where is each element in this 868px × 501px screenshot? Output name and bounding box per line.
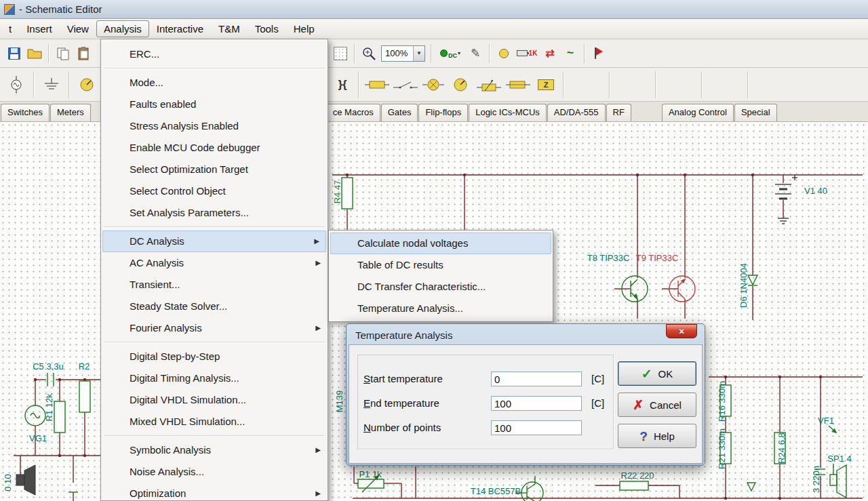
menu-item-label: ERC... bbox=[130, 48, 159, 60]
toolbar-separator bbox=[489, 44, 490, 63]
dropdown-arrow-icon[interactable]: ▾ bbox=[458, 50, 460, 56]
menu-item-optimization[interactable]: Optimization▶ bbox=[101, 483, 328, 501]
ground-component-button[interactable] bbox=[38, 75, 65, 95]
menu-tm[interactable]: T&M bbox=[211, 20, 248, 37]
tab-spice-macros[interactable]: ce Macros bbox=[326, 104, 380, 121]
menu-item-digital-step-by-step[interactable]: Digital Step-by-Step bbox=[101, 346, 328, 367]
impedance-component-button[interactable]: Z bbox=[532, 75, 559, 95]
battery-test-button[interactable]: 1K bbox=[514, 43, 540, 64]
menu-item-faults-enabled[interactable]: Faults enabled bbox=[101, 94, 328, 115]
toolbar-separator bbox=[33, 71, 35, 98]
toolbar-separator bbox=[354, 44, 355, 63]
menu-item-noise-analysis[interactable]: Noise Analysis... bbox=[101, 461, 328, 483]
menu-analysis[interactable]: Analysis bbox=[96, 20, 149, 37]
resistor-component-button[interactable] bbox=[363, 75, 391, 95]
menu-item-label: Optimization bbox=[130, 487, 186, 499]
submenu-item-label: Temperature Analysis... bbox=[357, 302, 463, 314]
menu-item-mode[interactable]: Mode... bbox=[101, 72, 328, 94]
menu-tools[interactable]: Tools bbox=[248, 20, 286, 37]
current-arrows-button[interactable]: ⇄ bbox=[540, 43, 560, 64]
temperature-analysis-dialog: Temperature Analysis × Start temperature… bbox=[346, 323, 705, 466]
cancel-button[interactable]: ✗ Cancel bbox=[618, 393, 696, 417]
toolbar-separator bbox=[563, 71, 564, 98]
submenu-item-table-of-dc-results[interactable]: Table of DC results bbox=[329, 254, 553, 276]
close-button[interactable]: × bbox=[666, 324, 697, 338]
dialog-titlebar[interactable]: Temperature Analysis × bbox=[349, 325, 703, 344]
analog-meter-button[interactable] bbox=[447, 75, 474, 95]
menu-item-stress-analysis-enabled[interactable]: Stress Analysis Enabled bbox=[101, 115, 328, 137]
paste-button[interactable] bbox=[73, 43, 94, 64]
end-temperature-unit: [C] bbox=[591, 395, 604, 412]
paste-icon bbox=[76, 46, 91, 61]
probe-icon bbox=[499, 49, 509, 58]
dc-meter-button[interactable]: DC ▾ bbox=[435, 43, 465, 64]
tab-special[interactable]: Special bbox=[734, 104, 777, 121]
meter-component-button[interactable] bbox=[73, 75, 100, 95]
pen-tool-button[interactable]: ✎ bbox=[465, 43, 486, 64]
zoom-tool-button[interactable] bbox=[359, 43, 379, 64]
number-of-points-input[interactable] bbox=[491, 420, 582, 435]
menu-item-label: Select Optimization Target bbox=[130, 163, 248, 175]
voltage-probe-button[interactable] bbox=[494, 43, 514, 64]
submenu-item-label: Calculate nodal voltages bbox=[357, 237, 468, 249]
menu-edit-partial[interactable]: t bbox=[1, 20, 19, 37]
tab-ad-da-555[interactable]: AD/DA-555 bbox=[547, 104, 606, 121]
toolbar-separator bbox=[431, 44, 432, 63]
menu-item-select-optimization-target[interactable]: Select Optimization Target bbox=[101, 159, 328, 180]
submenu-item-temperature-analysis[interactable]: Temperature Analysis... bbox=[329, 298, 553, 319]
help-button[interactable]: ? Help bbox=[618, 424, 696, 448]
tab-analog-control[interactable]: Analog Control bbox=[662, 104, 734, 121]
menu-item-ac-analysis[interactable]: AC Analysis▶ bbox=[101, 252, 328, 274]
menu-item-digital-vhdl-simulation[interactable]: Digital VHDL Simulation... bbox=[101, 389, 328, 411]
folder-icon bbox=[26, 47, 43, 60]
copy-button[interactable] bbox=[53, 43, 73, 64]
save-button[interactable] bbox=[4, 43, 24, 64]
flag-button[interactable] bbox=[589, 43, 609, 64]
toolbar-separator bbox=[358, 71, 359, 98]
tab-rf[interactable]: RF bbox=[606, 104, 631, 121]
fuse-component-button[interactable] bbox=[504, 75, 532, 95]
tab-flip-flops[interactable]: Flip-flops bbox=[418, 104, 468, 121]
dialog-buttons: ✓ OK ✗ Cancel ? Help bbox=[618, 361, 696, 448]
grid-toggle-button[interactable] bbox=[330, 43, 351, 64]
menu-item-symbolic-analysis[interactable]: Symbolic Analysis▶ bbox=[101, 439, 328, 461]
menu-item-dc-analysis[interactable]: DC Analysis▶ bbox=[102, 231, 326, 252]
menu-item-enable-mcu-code-debugger[interactable]: Enable MCU Code debugger bbox=[101, 137, 328, 159]
menu-item-mixed-vhdl-simulation[interactable]: Mixed VHDL Simulation... bbox=[101, 411, 328, 433]
menu-item-set-analysis-parameters[interactable]: Set Analysis Parameters... bbox=[101, 202, 328, 224]
menu-item-digital-timing-analysis[interactable]: Digital Timing Analysis... bbox=[101, 367, 328, 389]
menu-item-transient[interactable]: Transient... bbox=[101, 274, 328, 296]
tab-meters[interactable]: Meters bbox=[50, 104, 91, 121]
submenu-item-calculate-nodal-voltages[interactable]: Calculate nodal voltages bbox=[330, 233, 551, 254]
menu-item-steady-state-solver[interactable]: Steady State Solver... bbox=[101, 296, 328, 317]
ok-button[interactable]: ✓ OK bbox=[618, 361, 696, 386]
menu-item-label: Faults enabled bbox=[130, 98, 196, 110]
ground-icon bbox=[43, 76, 60, 94]
tab-gates[interactable]: Gates bbox=[381, 104, 418, 121]
switch-component-button[interactable] bbox=[391, 75, 420, 95]
menu-help[interactable]: Help bbox=[286, 20, 322, 37]
source-component-button[interactable] bbox=[3, 75, 30, 95]
menu-item-select-control-object[interactable]: Select Control Object bbox=[101, 180, 328, 202]
start-temperature-input[interactable] bbox=[491, 372, 582, 386]
grid-icon bbox=[334, 47, 347, 60]
menu-item-label: Mode... bbox=[130, 77, 163, 88]
dropdown-arrow-icon[interactable]: ▼ bbox=[413, 46, 425, 61]
menu-insert[interactable]: Insert bbox=[19, 20, 60, 37]
lamp-component-button[interactable] bbox=[420, 75, 447, 95]
tab-switches[interactable]: Switches bbox=[1, 104, 50, 121]
menu-item-erc[interactable]: ERC... bbox=[101, 43, 328, 65]
signal-probe-button[interactable]: ~ bbox=[560, 43, 580, 64]
menu-interactive[interactable]: Interactive bbox=[149, 20, 211, 37]
tab-logic-ics-mcus[interactable]: Logic ICs-MCUs bbox=[469, 104, 547, 121]
potentiometer-component-button[interactable] bbox=[474, 75, 504, 95]
menu-view[interactable]: View bbox=[60, 20, 96, 37]
potentiometer-icon bbox=[477, 77, 501, 92]
macro-pins-button[interactable]: }{ bbox=[330, 75, 355, 95]
zoom-level-select[interactable]: 100% ▼ bbox=[381, 45, 425, 62]
submenu-item-dc-transfer-characteristic[interactable]: DC Transfer Characteristic... bbox=[329, 276, 553, 298]
open-button[interactable] bbox=[24, 43, 45, 64]
check-icon: ✓ bbox=[642, 367, 652, 380]
end-temperature-input[interactable] bbox=[491, 396, 582, 411]
menu-item-fourier-analysis[interactable]: Fourier Analysis▶ bbox=[101, 317, 328, 339]
